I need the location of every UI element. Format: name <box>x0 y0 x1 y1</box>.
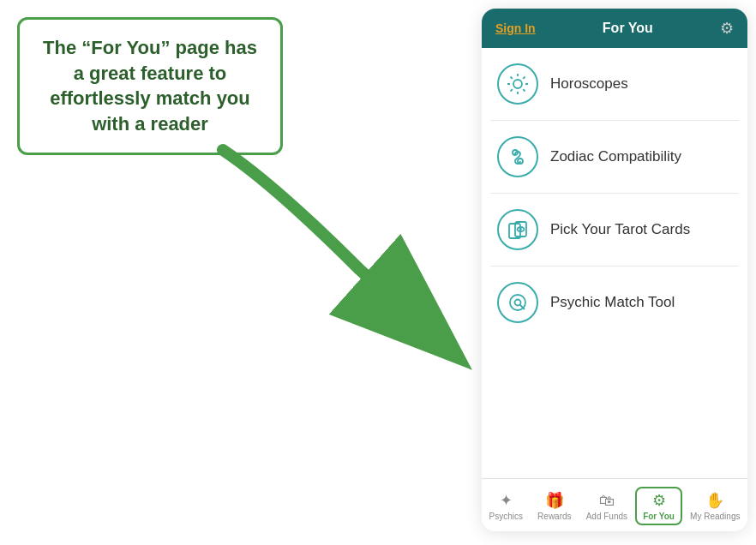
page-title: For You <box>603 21 653 36</box>
annotation-text: The “For You” page has a great feature t… <box>37 35 263 137</box>
menu-item-horoscopes[interactable]: Horoscopes <box>490 48 739 121</box>
foryou-nav-icon: ⚙ <box>652 491 666 510</box>
tarot-label: Pick Your Tarot Cards <box>550 221 690 238</box>
svg-line-8 <box>523 77 525 79</box>
svg-point-1 <box>513 80 522 88</box>
horoscopes-label: Horoscopes <box>550 75 628 93</box>
foryou-nav-label: For You <box>643 512 675 521</box>
readings-nav-label: My Readings <box>690 512 740 521</box>
nav-item-my-readings[interactable]: ✋ My Readings <box>683 488 747 524</box>
funds-nav-icon: 🛍 <box>599 492 615 510</box>
annotation-box: The “For You” page has a great feature t… <box>17 17 283 155</box>
psychics-nav-label: Psychics <box>489 512 523 521</box>
svg-line-6 <box>511 77 513 79</box>
svg-line-9 <box>511 89 513 91</box>
nav-item-rewards[interactable]: 🎁 Rewards <box>531 488 578 524</box>
nav-item-add-funds[interactable]: 🛍 Add Funds <box>579 488 634 524</box>
menu-item-zodiac[interactable]: Zodiac Compatibility <box>490 121 739 194</box>
rewards-nav-icon: 🎁 <box>545 491 564 510</box>
readings-nav-icon: ✋ <box>705 491 724 510</box>
arrow-container <box>189 133 514 373</box>
sign-in-link[interactable]: Sign In <box>495 21 536 35</box>
svg-point-15 <box>519 228 521 230</box>
horoscope-icon-circle <box>497 63 538 105</box>
menu-item-tarot[interactable]: Pick Your Tarot Cards <box>490 194 739 267</box>
nav-item-psychics[interactable]: ✦ Psychics <box>483 488 530 524</box>
app-header: Sign In For You ⚙ <box>482 9 747 48</box>
svg-point-17 <box>515 300 521 306</box>
psychic-match-label: Psychic Match Tool <box>550 294 675 311</box>
bottom-nav: ✦ Psychics 🎁 Rewards 🛍 Add Funds ⚙ For Y… <box>482 478 747 531</box>
rewards-nav-label: Rewards <box>537 512 571 521</box>
psychics-nav-icon: ✦ <box>500 491 513 510</box>
svg-line-7 <box>523 89 525 91</box>
app-panel: Sign In For You ⚙ Horoscopes <box>482 9 747 531</box>
gear-icon[interactable]: ⚙ <box>720 19 734 38</box>
menu-list: Horoscopes Zodiac Compatibility <box>482 48 747 478</box>
funds-nav-label: Add Funds <box>586 512 627 521</box>
zodiac-label: Zodiac Compatibility <box>550 148 681 165</box>
psychic-icon-circle <box>497 282 538 323</box>
tarot-icon-circle <box>497 209 538 250</box>
nav-item-for-you[interactable]: ⚙ For You <box>635 487 682 525</box>
zodiac-icon-circle <box>497 136 538 177</box>
menu-item-psychic[interactable]: Psychic Match Tool <box>490 267 739 338</box>
